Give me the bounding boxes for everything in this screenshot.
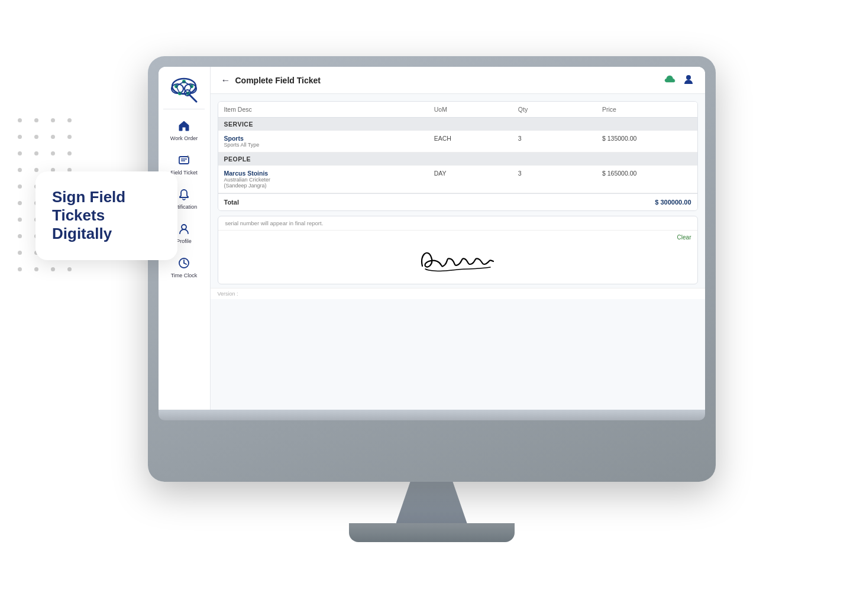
sidebar-item-label-time-clock: Time Clock (171, 273, 198, 278)
svg-rect-15 (179, 157, 189, 164)
back-button[interactable]: ← (221, 75, 231, 86)
home-icon (176, 118, 192, 134)
feature-card: Sign Field Tickets Digitally (35, 171, 177, 260)
monitor-screen: Work Order Field Ticket (159, 67, 705, 410)
item-desc-marcus: Marcus Stoinis Australian Cricketer (San… (218, 166, 428, 193)
item-uom-marcus: DAY (428, 166, 512, 193)
page-title: Complete Field Ticket (235, 76, 321, 85)
sidebar-item-work-order[interactable]: Work Order (160, 113, 208, 145)
total-row: Total $ 300000.00 (218, 193, 697, 210)
field-ticket-table: Item Desc UoM Qty Price SERVICE Sports (218, 101, 698, 211)
version-bar: Version : (211, 288, 705, 299)
header-user-icon[interactable] (683, 73, 694, 87)
signature-section: serial number will appear in final repor… (218, 216, 698, 284)
section-people: PEOPLE (218, 153, 697, 166)
monitor: Work Order Field Ticket (148, 56, 716, 482)
item-price-marcus: $ 165000.00 (596, 166, 697, 193)
total-value: $ 300000.00 (596, 194, 697, 210)
sidebar-item-label-work-order: Work Order (170, 135, 198, 141)
monitor-neck (396, 482, 467, 523)
col-qty: Qty (512, 102, 596, 117)
item-uom-sports: EACH (428, 131, 512, 152)
svg-point-22 (686, 75, 691, 80)
col-uom: UoM (428, 102, 512, 117)
user-icon (176, 221, 192, 237)
svg-line-13 (189, 95, 196, 102)
signature-canvas[interactable]: Clear (218, 231, 697, 284)
svg-point-18 (182, 225, 186, 229)
sidebar-item-label-field-ticket: Field Ticket (170, 170, 198, 176)
signature-drawing (399, 236, 517, 278)
main-content: ← Complete Field Ticket (211, 67, 705, 410)
svg-line-21 (184, 263, 186, 264)
app-logo (166, 72, 202, 104)
section-service: SERVICE (218, 118, 697, 131)
app-header: ← Complete Field Ticket (211, 67, 705, 94)
sidebar-divider (163, 109, 205, 109)
item-qty-marcus: 3 (512, 166, 596, 193)
total-label: Total (218, 194, 428, 210)
header-left: ← Complete Field Ticket (221, 75, 321, 86)
logo-svg (168, 73, 200, 103)
feature-card-title: Sign Field Tickets Digitally (52, 188, 125, 242)
header-icons (664, 73, 694, 87)
clear-button[interactable]: Clear (677, 234, 691, 241)
monitor-bezel-bottom (159, 410, 705, 420)
cloud-icon (664, 74, 677, 87)
item-price-sports: $ 135000.00 (596, 131, 697, 152)
ticket-icon (176, 152, 192, 168)
sidebar-item-label-profile: Profile (176, 238, 192, 244)
table-row: Sports Sports All Type EACH 3 $ 135000.0… (218, 131, 697, 153)
clock-icon (176, 255, 192, 271)
signature-hint: serial number will appear in final repor… (218, 216, 697, 231)
bell-icon (176, 186, 192, 203)
col-item-desc: Item Desc (218, 102, 428, 117)
col-price: Price (596, 102, 697, 117)
scroll-area: Item Desc UoM Qty Price SERVICE Sports (211, 94, 705, 410)
version-label: Version : (218, 291, 238, 297)
table-header: Item Desc UoM Qty Price (218, 102, 697, 118)
monitor-base (349, 523, 515, 542)
item-desc-sports: Sports Sports All Type (218, 131, 428, 152)
item-qty-sports: 3 (512, 131, 596, 152)
table-row: Marcus Stoinis Australian Cricketer (San… (218, 166, 697, 193)
